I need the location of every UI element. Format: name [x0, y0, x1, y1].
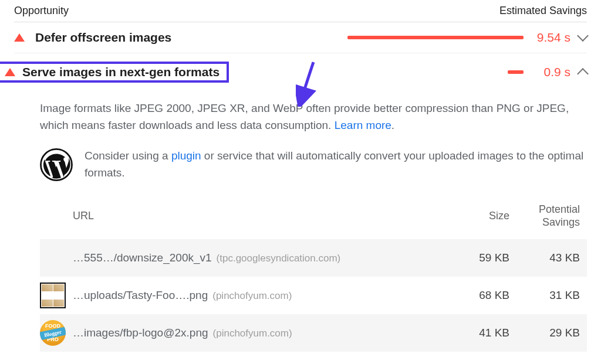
col-size: Size	[439, 208, 509, 224]
table-header: URL Size Potential Savings	[40, 198, 587, 239]
url-path: …images/fbp-logo@2x.png	[73, 325, 208, 342]
thumbnail-image	[40, 283, 73, 308]
resource-savings: 29 KB	[509, 325, 580, 342]
header-opportunity: Opportunity	[14, 5, 69, 17]
savings-bar	[347, 70, 524, 74]
learn-more-link[interactable]: Learn more	[335, 119, 391, 131]
stack-pack-text: Consider using a plugin or service that …	[85, 148, 587, 181]
detail-description: Image formats like JPEG 2000, JPEG XR, a…	[40, 100, 587, 134]
plugin-link[interactable]: plugin	[171, 149, 201, 162]
table-row: FOODBloggerPRO …images/fbp-logo@2x.png (…	[40, 314, 587, 352]
col-potential-savings: Potential Savings	[509, 203, 580, 229]
resource-savings: 31 KB	[509, 287, 580, 304]
resource-url[interactable]: …555…/downsize_200k_v1 (tpc.googlesyndic…	[73, 250, 439, 267]
url-path: …uploads/Tasty-Foo….png	[73, 287, 208, 304]
opportunity-title: Serve images in next-gen formats	[22, 65, 220, 79]
url-host: (pinchofyum.com)	[213, 326, 292, 341]
stack-pack-tip: Consider using a plugin or service that …	[40, 148, 587, 181]
opportunity-row[interactable]: Defer offscreen images 9.54 s	[14, 22, 587, 53]
url-path: …555…/downsize_200k_v1	[73, 250, 212, 267]
col-url: URL	[73, 208, 439, 224]
savings-value: 0.9 s	[534, 65, 570, 79]
table-row: …uploads/Tasty-Foo….png (pinchofyum.com)…	[40, 277, 587, 314]
savings-bar	[347, 36, 524, 39]
resource-size: 68 KB	[439, 287, 509, 304]
detail-text: Image formats like JPEG 2000, JPEG XR, a…	[40, 102, 569, 131]
thumbnail-image: FOODBloggerPRO	[40, 320, 73, 346]
opportunity-detail: Image formats like JPEG 2000, JPEG XR, a…	[14, 91, 587, 352]
warning-triangle-icon	[14, 33, 25, 42]
resource-savings: 43 KB	[509, 250, 580, 267]
thumbnail-placeholder	[40, 245, 66, 271]
url-host: (tpc.googlesyndication.com)	[217, 251, 341, 266]
savings-value: 9.54 s	[534, 30, 570, 45]
highlight-box: Serve images in next-gen formats	[0, 62, 229, 83]
table-row: …555…/downsize_200k_v1 (tpc.googlesyndic…	[40, 239, 587, 277]
wordpress-icon	[40, 148, 73, 181]
warning-triangle-icon	[5, 68, 15, 76]
chevron-down-icon[interactable]	[577, 30, 589, 42]
resource-size: 59 KB	[439, 250, 509, 267]
header-estimated-savings: Estimated Savings	[499, 5, 587, 17]
wp-tip-pre: Consider using a	[85, 149, 171, 162]
resource-size: 41 KB	[439, 325, 509, 342]
opportunity-row[interactable]: Serve images in next-gen formats 0.9 s	[14, 53, 587, 91]
resources-table: URL Size Potential Savings …555…/downsiz…	[40, 198, 587, 352]
opportunity-title: Defer offscreen images	[35, 30, 171, 45]
resource-url[interactable]: …images/fbp-logo@2x.png (pinchofyum.com)	[73, 325, 439, 342]
opportunities-header: Opportunity Estimated Savings	[14, 5, 587, 22]
chevron-up-icon[interactable]	[577, 68, 589, 80]
url-host: (pinchofyum.com)	[212, 288, 292, 304]
resource-url[interactable]: …uploads/Tasty-Foo….png (pinchofyum.com)	[73, 287, 439, 304]
